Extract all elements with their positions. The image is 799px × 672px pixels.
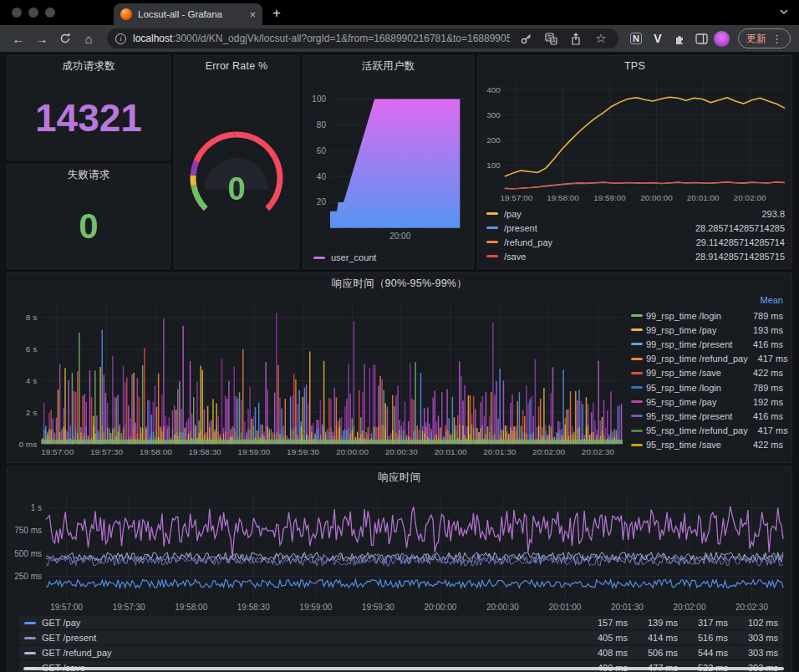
active-users-legend[interactable]: user_count xyxy=(303,247,473,268)
panel-title-failed[interactable]: 失败请求 xyxy=(8,165,170,185)
address-bar[interactable]: i localhost:3000/d/KN_odgjVk/locsut-all?… xyxy=(107,28,618,48)
bookmark-star-icon[interactable]: ☆ xyxy=(592,29,610,48)
series-values: 157 ms139 ms317 ms102 ms xyxy=(578,618,778,628)
svg-text:19:58:30: 19:58:30 xyxy=(189,447,222,456)
series-swatch xyxy=(486,227,498,229)
legend-mean-header[interactable]: Mean xyxy=(631,295,783,308)
svg-text:19:59:00: 19:59:00 xyxy=(237,447,271,456)
series-label: 95_rsp_time /save xyxy=(646,440,743,450)
series-mean-value: 789 ms xyxy=(743,383,783,393)
failed-requests-value: 0 xyxy=(8,185,170,268)
new-tab-button[interactable]: + xyxy=(272,5,281,25)
svg-text:19:58:00: 19:58:00 xyxy=(547,193,579,202)
response-legend-item[interactable]: GET /present 405 ms414 ms516 ms303 ms xyxy=(19,631,783,644)
series-swatch xyxy=(631,444,643,446)
response-time-chart[interactable]: 250 ms500 ms750 ms1 s19:57:0019:57:3019:… xyxy=(8,487,791,614)
tps-legend-item[interactable]: /save 28.914285714285715 xyxy=(486,249,785,263)
browser-tab[interactable]: Locsut-all - Grafana × xyxy=(114,3,262,25)
panel-response-time: 响应时间 250 ms500 ms750 ms1 s19:57:0019:57:… xyxy=(7,466,792,672)
tps-legend-item[interactable]: /present 28.285714285714285 xyxy=(486,221,785,235)
panel-title-success[interactable]: 成功请求数 xyxy=(8,56,170,76)
reload-button[interactable] xyxy=(55,28,75,48)
extension-n-icon[interactable]: N xyxy=(627,29,645,48)
svg-text:400: 400 xyxy=(486,85,501,94)
series-swatch xyxy=(631,358,643,360)
svg-text:20:00:00: 20:00:00 xyxy=(640,193,673,202)
back-button[interactable]: ← xyxy=(8,28,28,48)
series-label: 95_rsp_time /present xyxy=(646,411,743,421)
series-mean-value: 193 ms xyxy=(743,325,783,335)
percentile-legend-item[interactable]: 99_rsp_time /present 416 ms xyxy=(631,337,783,351)
password-key-icon[interactable] xyxy=(517,29,535,48)
close-window-button[interactable] xyxy=(12,8,22,18)
panel-error-rate: Error Rate % 0 xyxy=(174,55,299,269)
series-swatch xyxy=(24,637,36,639)
panel-title-tps[interactable]: TPS xyxy=(478,56,791,76)
series-swatch xyxy=(631,314,643,317)
percentile-legend-item[interactable]: 95_rsp_time /present 416 ms xyxy=(631,409,783,423)
series-mean-value: 417 ms xyxy=(748,425,788,435)
translate-icon[interactable]: 文A xyxy=(542,29,560,48)
active-users-chart[interactable]: 2040608010020:00 xyxy=(303,76,473,247)
browser-window: Locsut-all - Grafana × + ← → ⌂ i localho… xyxy=(0,0,799,672)
series-label: 99_rsp_time /save xyxy=(646,368,743,378)
user-count-label: user_count xyxy=(331,252,376,262)
sidebar-toggle-icon[interactable] xyxy=(692,29,710,48)
series-label: GET /pay xyxy=(42,618,80,628)
extension-v-icon[interactable]: V xyxy=(649,29,667,48)
series-label: 95_rsp_time /pay xyxy=(646,397,743,407)
percentile-legend-item[interactable]: 99_rsp_time /save 422 ms xyxy=(631,366,783,380)
percentile-legend-item[interactable]: 95_rsp_time /refund_pay 417 ms xyxy=(631,424,783,438)
response-legend-item[interactable]: GET /refund_pay 408 ms506 ms544 ms303 ms xyxy=(19,646,783,659)
percentile-legend-item[interactable]: 95_rsp_time /pay 192 ms xyxy=(631,395,783,409)
tab-title: Locsut-all - Grafana xyxy=(138,9,243,19)
panel-title-active-users[interactable]: 活跃用户数 xyxy=(303,56,473,76)
chevron-down-icon[interactable] xyxy=(779,7,789,17)
tps-legend-item[interactable]: /refund_pay 29.114285714285714 xyxy=(486,235,785,249)
site-info-icon[interactable]: i xyxy=(115,33,126,44)
series-values: 408 ms506 ms544 ms303 ms xyxy=(578,648,778,658)
response-percentile-chart[interactable]: 0 ms2 s4 s6 s8 s19:57:0019:57:3019:58:00… xyxy=(8,293,628,462)
svg-text:20:00:30: 20:00:30 xyxy=(486,603,519,612)
svg-text:4 s: 4 s xyxy=(26,376,37,385)
svg-text:19:59:30: 19:59:30 xyxy=(362,603,394,612)
tps-chart[interactable]: 10020030040019:57:0019:58:0019:59:0020:0… xyxy=(478,76,791,205)
home-button[interactable]: ⌂ xyxy=(79,28,99,48)
percentile-legend-item[interactable]: 95_rsp_time /login 789 ms xyxy=(631,380,783,395)
series-swatch xyxy=(24,622,36,624)
percentile-legend-item[interactable]: 99_rsp_time /login 789 ms xyxy=(631,308,783,323)
minimize-window-button[interactable] xyxy=(28,8,38,18)
error-rate-gauge[interactable]: 0 xyxy=(177,109,296,235)
svg-text:60: 60 xyxy=(317,146,327,155)
traffic-lights xyxy=(0,0,65,25)
panel-title-rsp[interactable]: 响应时间 xyxy=(8,467,791,487)
series-value: 293.8 xyxy=(761,209,785,219)
zoom-window-button[interactable] xyxy=(45,8,55,18)
series-mean-value: 789 ms xyxy=(743,311,783,321)
svg-text:19:58:00: 19:58:00 xyxy=(140,447,173,456)
percentile-legend-item[interactable]: 95_rsp_time /save 422 ms xyxy=(631,438,783,452)
tps-legend-item[interactable]: /pay 293.8 xyxy=(486,206,785,221)
menu-dots-icon[interactable]: ⋮ xyxy=(771,33,782,45)
profile-avatar[interactable] xyxy=(714,31,730,47)
tab-close-icon[interactable]: × xyxy=(249,8,256,21)
svg-text:20:00:00: 20:00:00 xyxy=(424,603,456,612)
tps-legend: /pay 293.8 /present 28.285714285714285 /… xyxy=(478,205,791,268)
extensions-puzzle-icon[interactable] xyxy=(670,29,689,48)
panel-title-error-rate[interactable]: Error Rate % xyxy=(175,56,298,76)
share-icon[interactable] xyxy=(567,29,585,48)
percentile-legend-item[interactable]: 99_rsp_time /refund_pay 417 ms xyxy=(631,352,783,366)
forward-button[interactable]: → xyxy=(32,28,52,48)
response-legend-item[interactable]: GET /pay 157 ms139 ms317 ms102 ms xyxy=(19,616,783,629)
svg-text:19:57:00: 19:57:00 xyxy=(50,603,83,612)
series-swatch xyxy=(631,328,643,331)
svg-text:20:01:00: 20:01:00 xyxy=(687,193,720,202)
browser-update-button[interactable]: 更新 ⋮ xyxy=(738,28,791,48)
panel-title-rsp-pct[interactable]: 响应时间（90%-95%-99%） xyxy=(8,273,791,293)
svg-text:19:57:30: 19:57:30 xyxy=(90,447,124,456)
horizontal-scrollbar[interactable] xyxy=(23,667,784,670)
series-mean-value: 416 ms xyxy=(743,411,783,421)
series-label: /pay xyxy=(504,209,522,219)
series-swatch xyxy=(631,430,643,432)
percentile-legend-item[interactable]: 99_rsp_time /pay 193 ms xyxy=(631,323,783,337)
